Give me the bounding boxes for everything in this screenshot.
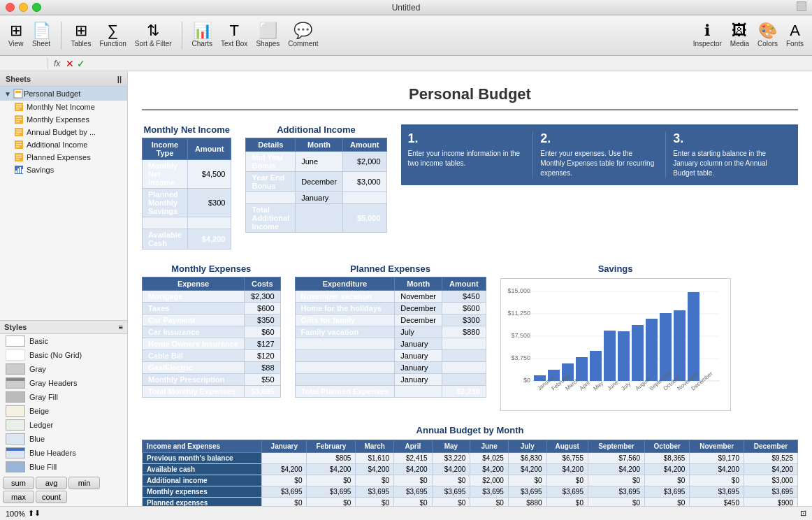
spreadsheet-content[interactable]: Personal Budget Monthly Net Income Incom… (128, 71, 812, 506)
ab-cash-nov[interactable]: $4,200 (690, 464, 744, 475)
ab-prev-aug[interactable]: $6,755 (546, 453, 588, 464)
ab-prev-nov[interactable]: $9,170 (690, 453, 744, 464)
comment-button[interactable]: 💬 Comment (288, 23, 318, 48)
ai-row2-month[interactable]: December (296, 172, 343, 192)
table-row[interactable]: Taxes $600 (143, 303, 281, 315)
pe-empty3-month[interactable]: January (395, 362, 442, 374)
pe-row1-month[interactable]: November (395, 291, 442, 303)
style-item-gray-fill[interactable]: Gray Fill (0, 390, 127, 404)
table-row[interactable]: Home Owners Insurance $127 (143, 338, 281, 350)
table-row[interactable]: Mortgage $2,300 (143, 291, 281, 303)
ab-cash-jun[interactable]: $4,200 (470, 464, 509, 475)
ab-cash-sep[interactable]: $4,200 (588, 464, 644, 475)
ab-row-prev-balance[interactable]: Previous month's balance $805 $1,610 $2,… (143, 453, 798, 464)
ab-pexp-jan[interactable]: $0 (262, 498, 307, 507)
style-item-gray[interactable]: Gray (0, 362, 127, 376)
ab-cash-feb[interactable]: $4,200 (307, 464, 356, 475)
ab-addl-jun[interactable]: $2,000 (470, 475, 509, 486)
sidebar-collapse[interactable]: || (117, 75, 122, 83)
sheet-item-monthly-expenses[interactable]: Monthly Expenses (0, 113, 127, 126)
mni-row2-amount[interactable]: $300 (187, 189, 231, 217)
ai-empty-month[interactable]: January (296, 192, 343, 204)
ab-pexp-feb[interactable]: $0 (307, 498, 356, 507)
ab-pexp-aug[interactable]: $0 (546, 498, 588, 507)
formula-cancel-button[interactable]: ✕ (66, 58, 74, 69)
ab-pexp-mar[interactable]: $0 (356, 498, 394, 507)
window-zoom[interactable] (797, 1, 806, 13)
me-cable-amt[interactable]: $120 (245, 350, 281, 362)
inspector-button[interactable]: ℹ Inspector (693, 23, 722, 48)
ab-pexp-apr[interactable]: $0 (394, 498, 433, 507)
ai-row1-month[interactable]: June (296, 152, 343, 172)
ab-mexp-jun[interactable]: $3,695 (470, 486, 509, 498)
function-button[interactable]: ∑ Function (99, 23, 126, 48)
ab-mexp-sep[interactable]: $3,695 (588, 486, 644, 498)
minimize-button[interactable] (19, 3, 28, 12)
close-button[interactable] (6, 3, 15, 12)
me-carpayment-amt[interactable]: $350 (245, 315, 281, 326)
textbox-button[interactable]: T Text Box (221, 23, 247, 48)
ai-row2-amount[interactable]: $3,000 (342, 172, 386, 192)
table-row[interactable]: Cable Bill $120 (143, 350, 281, 362)
ab-prev-apr[interactable]: $2,415 (394, 453, 433, 464)
ab-prev-mar[interactable]: $1,610 (356, 453, 394, 464)
pe-row4-month[interactable]: July (395, 326, 442, 338)
ab-cash-apr[interactable]: $4,200 (394, 464, 433, 475)
sheet-item-annual-budget[interactable]: Annual Budget by ... (0, 126, 127, 138)
table-row[interactable]: Year End Bonus December $3,000 (246, 172, 386, 192)
mni-row1-amount[interactable]: $4,500 (187, 160, 231, 189)
ab-addl-aug[interactable]: $0 (546, 475, 588, 486)
ab-prev-may[interactable]: $3,220 (432, 453, 470, 464)
table-row[interactable]: Mid Year Bonus June $2,000 (246, 152, 386, 172)
ab-cash-dec[interactable]: $4,200 (744, 464, 797, 475)
shapes-button[interactable]: ⬜ Shapes (256, 23, 280, 48)
ab-prev-sep[interactable]: $7,560 (588, 453, 644, 464)
ab-pexp-dec[interactable]: $900 (744, 498, 797, 507)
sheet-item-monthly-net-income[interactable]: Monthly Net Income (0, 101, 127, 113)
sheet-button[interactable]: 📄 Sheet (32, 23, 51, 48)
ab-prev-feb[interactable]: $805 (307, 453, 356, 464)
sheet-nav[interactable]: ⊡ (800, 509, 806, 518)
table-row[interactable]: Car Payment $350 (143, 315, 281, 326)
style-item-gray-headers[interactable]: Gray Headers (0, 376, 127, 390)
me-prescription-amt[interactable]: $50 (245, 374, 281, 386)
me-taxes-amt[interactable]: $600 (245, 303, 281, 315)
ab-mexp-feb[interactable]: $3,695 (307, 486, 356, 498)
count-button[interactable]: count (36, 491, 67, 503)
style-item-beige[interactable]: Beige (0, 404, 127, 418)
style-item-blue-headers[interactable]: Blue Headers (0, 446, 127, 460)
ab-cash-jan[interactable]: $4,200 (262, 464, 307, 475)
fonts-button[interactable]: A Fonts (786, 23, 804, 48)
ab-prev-oct[interactable]: $8,365 (645, 453, 690, 464)
style-item-blue-fill[interactable]: Blue Fill (0, 460, 127, 474)
ab-addl-feb[interactable]: $0 (307, 475, 356, 486)
ab-mexp-mar[interactable]: $3,695 (356, 486, 394, 498)
sheet-item-personal-budget[interactable]: ▼ Personal Budget (0, 87, 127, 101)
ab-addl-oct[interactable]: $0 (645, 475, 690, 486)
ab-prev-jan[interactable] (262, 453, 307, 464)
ab-addl-jan[interactable]: $0 (262, 475, 307, 486)
pe-empty1-month[interactable]: January (395, 338, 442, 350)
ab-mexp-jul[interactable]: $3,695 (508, 486, 546, 498)
formula-accept-button[interactable]: ✓ (77, 58, 85, 69)
ab-cash-oct[interactable]: $4,200 (645, 464, 690, 475)
ab-addl-mar[interactable]: $0 (356, 475, 394, 486)
formula-input[interactable] (88, 59, 809, 68)
max-button[interactable]: max (3, 491, 34, 503)
ab-row-planned-expenses[interactable]: Planned expenses $0 $0 $0 $0 $0 $0 $880 … (143, 498, 798, 507)
pe-row4-amt[interactable]: $880 (442, 326, 486, 338)
table-row[interactable]: Monthly Prescription $50 (143, 374, 281, 386)
colors-button[interactable]: 🎨 Colors (757, 23, 778, 48)
ab-row-additional-income[interactable]: Additional income $0 $0 $0 $0 $0 $2,000 … (143, 475, 798, 486)
ab-mexp-apr[interactable]: $3,695 (394, 486, 433, 498)
ab-addl-may[interactable]: $0 (432, 475, 470, 486)
ab-pexp-jul[interactable]: $880 (508, 498, 546, 507)
zoom-stepper[interactable]: ⬆⬇ (28, 509, 41, 518)
ab-row-available-cash[interactable]: Available cash $4,200 $4,200 $4,200 $4,2… (143, 464, 798, 475)
ab-addl-sep[interactable]: $0 (588, 475, 644, 486)
ab-addl-dec[interactable]: $3,000 (744, 475, 797, 486)
sort-filter-button[interactable]: ⇅ Sort & Filter (135, 23, 172, 48)
ab-prev-jun[interactable]: $4,025 (470, 453, 509, 464)
table-row[interactable]: Family vacation July $880 (295, 326, 486, 338)
pe-row1-amt[interactable]: $450 (442, 291, 486, 303)
